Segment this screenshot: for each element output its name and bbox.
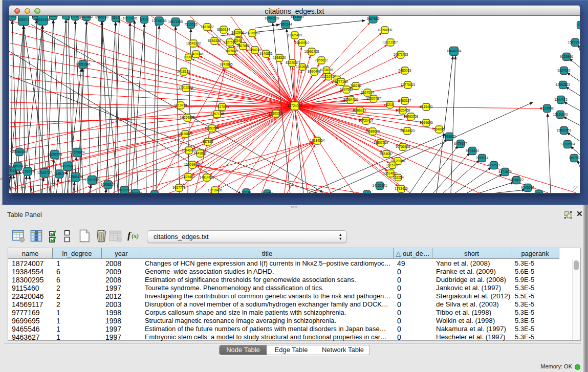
svg-text:1244415: 1244415 (554, 98, 568, 101)
svg-text:16210643: 16210643 (553, 113, 568, 116)
svg-text:(x): (x) (132, 232, 139, 239)
svg-text:924: 924 (536, 192, 542, 193)
svg-text:2105: 2105 (9, 16, 16, 18)
svg-text:6479197: 6479197 (454, 142, 467, 145)
svg-text:16053809: 16053809 (265, 16, 279, 20)
svg-text:98901: 98901 (184, 55, 193, 59)
svg-text:8471676: 8471676 (498, 170, 512, 173)
svg-text:18300295: 18300295 (269, 112, 284, 115)
svg-text:10307487: 10307487 (366, 97, 381, 100)
svg-text:13775115: 13775115 (401, 83, 416, 86)
svg-text:11325419: 11325419 (288, 33, 302, 37)
svg-text:12025468: 12025468 (147, 192, 162, 193)
svg-text:13716485: 13716485 (208, 188, 223, 192)
svg-text:8186328: 8186328 (208, 39, 221, 42)
svg-text:8990448: 8990448 (308, 70, 321, 73)
svg-text:12213967: 12213967 (383, 40, 398, 44)
svg-text:20364416: 20364416 (343, 98, 358, 101)
svg-text:1588520: 1588520 (273, 56, 286, 59)
svg-text:9146821: 9146821 (259, 52, 273, 55)
svg-text:9463627: 9463627 (398, 99, 411, 102)
svg-text:10720407: 10720407 (359, 119, 374, 122)
svg-text:7632621: 7632621 (487, 163, 500, 167)
svg-text:1362615: 1362615 (296, 65, 309, 69)
svg-text:887833: 887833 (202, 140, 213, 143)
svg-text:2986322: 2986322 (353, 108, 366, 112)
svg-text:16251: 16251 (49, 16, 58, 17)
svg-text:13495758: 13495758 (404, 115, 419, 118)
svg-text:10719185: 10719185 (152, 19, 167, 23)
svg-text:1733426: 1733426 (395, 187, 408, 190)
svg-text:8938923: 8938923 (443, 135, 456, 138)
svg-text:9100: 9100 (9, 167, 11, 170)
svg-text:2867608: 2867608 (236, 44, 250, 48)
svg-text:16648784: 16648784 (447, 49, 462, 53)
svg-text:3624514: 3624514 (361, 91, 374, 94)
svg-text:9227342: 9227342 (557, 69, 571, 72)
svg-text:f: f (127, 230, 132, 240)
svg-text:2935114: 2935114 (476, 156, 489, 160)
svg-text:17957255: 17957255 (85, 178, 100, 182)
svg-text:20053346: 20053346 (76, 62, 91, 66)
svg-text:19654923: 19654923 (400, 129, 415, 133)
svg-text:23226058: 23226058 (245, 31, 260, 35)
svg-text:3875645: 3875645 (225, 49, 238, 53)
svg-text:7955812: 7955812 (315, 58, 328, 62)
svg-text:10756928: 10756928 (396, 145, 410, 148)
svg-text:17359924: 17359924 (70, 150, 85, 154)
svg-text:7485063: 7485063 (398, 69, 411, 72)
svg-text:10025458: 10025458 (396, 108, 410, 112)
svg-text:16640910: 16640910 (295, 41, 310, 45)
svg-text:19654922: 19654922 (180, 116, 195, 119)
svg-text:14136141: 14136141 (373, 184, 387, 187)
svg-text:10719185: 10719185 (123, 16, 138, 20)
svg-text:8215958: 8215958 (540, 106, 554, 110)
svg-text:25260150: 25260150 (12, 150, 27, 154)
svg-text:164095: 164095 (433, 127, 445, 131)
svg-text:2687682: 2687682 (366, 17, 380, 20)
svg-text:9410: 9410 (141, 17, 148, 21)
svg-text:9242845: 9242845 (220, 62, 233, 66)
svg-text:9245052: 9245052 (521, 186, 534, 189)
svg-text:405571: 405571 (18, 18, 29, 21)
svg-text:103757: 103757 (262, 191, 273, 193)
svg-text:12093822: 12093822 (556, 83, 571, 86)
svg-text:12353594: 12353594 (205, 126, 220, 130)
svg-text:18807269: 18807269 (374, 141, 388, 144)
svg-text:1615132: 1615132 (386, 163, 399, 167)
svg-text:3912954: 3912954 (231, 31, 245, 34)
svg-text:9777169: 9777169 (335, 80, 348, 83)
svg-text:7663822: 7663822 (201, 25, 214, 29)
svg-text:7515526: 7515526 (184, 23, 198, 26)
svg-text:9329966: 9329966 (560, 55, 573, 58)
svg-text:17016504: 17016504 (560, 142, 575, 146)
svg-text:8322037: 8322037 (286, 61, 299, 64)
svg-text:114519: 114519 (54, 172, 65, 176)
svg-text:12213383: 12213383 (179, 86, 193, 90)
svg-text:9313: 9313 (363, 192, 371, 193)
svg-text:3449822: 3449822 (193, 151, 207, 155)
svg-text:16671355: 16671355 (168, 20, 183, 24)
svg-text:9115460: 9115460 (420, 105, 433, 108)
svg-text:10958107: 10958107 (101, 183, 116, 186)
svg-text:9657771: 9657771 (172, 186, 186, 189)
svg-text:15692951: 15692951 (557, 128, 572, 132)
svg-text:2718129: 2718129 (177, 70, 190, 73)
svg-text:16961758: 16961758 (304, 50, 319, 53)
svg-text:12342737: 12342737 (37, 171, 52, 174)
svg-text:18724007: 18724007 (288, 104, 302, 107)
svg-text:15751074: 15751074 (568, 40, 580, 44)
svg-text:12505135: 12505135 (69, 175, 83, 179)
svg-text:1527602: 1527602 (80, 16, 93, 18)
svg-text:9327505: 9327505 (223, 40, 236, 44)
svg-text:19384554: 19384554 (310, 139, 325, 142)
svg-text:10973493: 10973493 (394, 53, 408, 56)
svg-text:1117: 1117 (577, 23, 580, 27)
svg-text:10154808: 10154808 (378, 28, 393, 32)
svg-text:746216: 746216 (350, 84, 361, 87)
svg-text:20691406: 20691406 (35, 18, 50, 21)
svg-text:9474444: 9474444 (466, 149, 479, 152)
svg-text:6497568: 6497568 (340, 87, 353, 91)
svg-text:19166827: 19166827 (178, 132, 193, 136)
svg-text:8454749: 8454749 (248, 48, 262, 52)
